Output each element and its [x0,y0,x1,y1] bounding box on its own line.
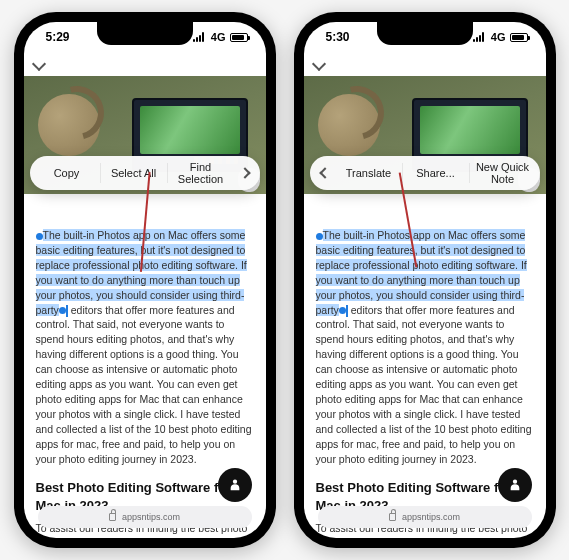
status-time: 5:30 [326,30,350,44]
notch [377,22,473,45]
url-bar[interactable]: appsntips.com [318,506,532,528]
chevron-down-icon[interactable] [31,57,45,71]
screen: 5:29 4G Copy Select All Find Selection T… [24,22,266,538]
svg-point-0 [232,480,236,484]
battery-icon [230,33,248,42]
notch [97,22,193,45]
lock-icon [109,513,116,521]
url-text: appsntips.com [402,512,460,522]
person-icon [227,477,243,493]
chevron-down-icon[interactable] [311,57,325,71]
accessibility-fab[interactable] [218,468,252,502]
iphone-frame-right: 5:30 4G Translate Share... New Quick Not… [294,12,556,548]
menu-prev-page[interactable] [314,169,336,177]
status-right: 4G [193,31,248,43]
reader-topbar [24,52,266,76]
network-label: 4G [211,31,226,43]
url-bar[interactable]: appsntips.com [38,506,252,528]
paragraph-1[interactable]: The built-in Photos app on Mac offers so… [316,228,534,467]
chevron-right-icon [239,167,250,178]
text-selection-menu: Copy Select All Find Selection [30,156,260,190]
signal-icon [193,32,207,42]
battery-icon [510,33,528,42]
menu-select-all[interactable]: Select All [101,163,168,183]
signal-icon [473,32,487,42]
selection-start-handle[interactable] [316,233,323,240]
menu-find-selection[interactable]: Find Selection [168,157,234,189]
paragraph-1-rest[interactable]: editors that offer more features and con… [36,304,252,465]
screen: 5:30 4G Translate Share... New Quick Not… [304,22,546,538]
url-text: appsntips.com [122,512,180,522]
selection-end-handle[interactable] [339,307,346,314]
menu-share[interactable]: Share... [403,163,470,183]
vase-decor [38,94,100,156]
lock-icon [389,513,396,521]
chevron-left-icon [319,167,330,178]
svg-point-1 [512,480,516,484]
reader-topbar [304,52,546,76]
menu-copy[interactable]: Copy [34,163,101,183]
iphone-frame-left: 5:29 4G Copy Select All Find Selection T… [14,12,276,548]
paragraph-1-rest[interactable]: editors that offer more features and con… [316,304,532,465]
menu-quick-note[interactable]: New Quick Note [470,157,536,189]
status-right: 4G [473,31,528,43]
text-selection-menu: Translate Share... New Quick Note [310,156,540,190]
paragraph-1[interactable]: The built-in Photos app on Mac offers so… [36,228,254,467]
menu-next-page[interactable] [234,169,256,177]
selection-end-handle[interactable] [59,307,66,314]
menu-translate[interactable]: Translate [336,163,403,183]
person-icon [507,477,523,493]
network-label: 4G [491,31,506,43]
selection-start-handle[interactable] [36,233,43,240]
vase-decor [318,94,380,156]
accessibility-fab[interactable] [498,468,532,502]
status-time: 5:29 [46,30,70,44]
